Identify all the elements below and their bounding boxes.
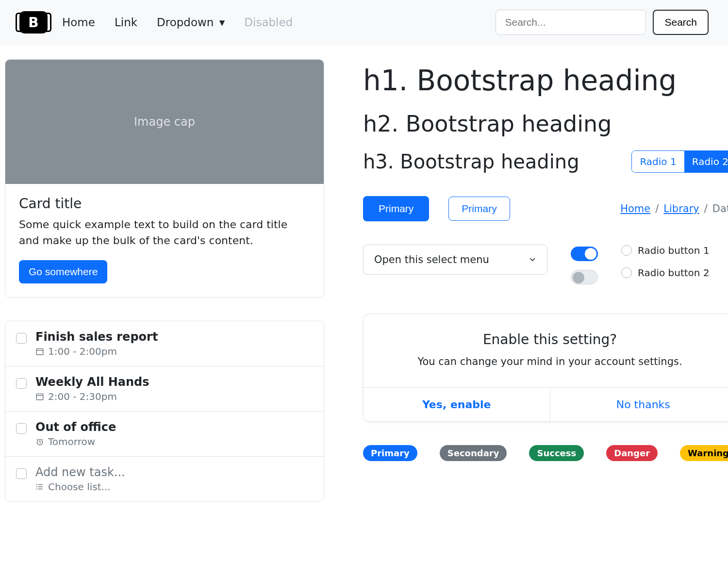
task-row[interactable]: Add new task... Choose list... — [5, 457, 324, 501]
nav-link[interactable]: Link — [115, 16, 137, 29]
chevron-down-icon — [529, 254, 536, 265]
svg-point-5 — [36, 484, 37, 485]
badge-success: Success — [529, 445, 584, 461]
select-menu[interactable]: Open this select menu — [363, 245, 547, 275]
task-title: Out of office — [35, 420, 116, 434]
heading-h3: h3. Bootstrap heading — [363, 150, 579, 173]
breadcrumb: Home / Library / Data — [620, 203, 728, 215]
confirm-no-button[interactable]: No thanks — [550, 388, 728, 421]
breadcrumb-home[interactable]: Home — [620, 203, 650, 215]
badge-primary: Primary — [363, 445, 417, 461]
nav-home[interactable]: Home — [62, 16, 95, 29]
svg-rect-2 — [36, 394, 43, 399]
task-meta: Tomorrow — [35, 436, 116, 447]
badge-secondary: Secondary — [440, 445, 507, 461]
task-title: Finish sales report — [35, 330, 158, 344]
radio-2[interactable]: Radio 2 — [684, 151, 728, 172]
task-title: Add new task... — [35, 465, 125, 479]
radio-icon — [621, 245, 632, 256]
confirm-text: You can change your mind in your account… — [383, 354, 717, 370]
clock-icon — [35, 437, 44, 446]
task-checkbox[interactable] — [16, 378, 27, 389]
radio-icon — [621, 267, 632, 278]
primary-button[interactable]: Primary — [363, 196, 429, 221]
task-title: Weekly All Hands — [35, 375, 149, 389]
card-text: Some quick example text to build on the … — [19, 216, 310, 248]
task-list: Finish sales report 1:00 - 2:00pm Weekly… — [5, 321, 324, 502]
task-row[interactable]: Finish sales report 1:00 - 2:00pm — [5, 321, 324, 366]
confirm-card: Enable this setting? You can change your… — [363, 314, 728, 422]
confirm-title: Enable this setting? — [383, 331, 717, 348]
svg-point-7 — [36, 488, 37, 489]
switch-off[interactable] — [571, 270, 598, 284]
calendar-icon — [35, 347, 44, 356]
example-card: Image cap Card title Some quick example … — [5, 59, 324, 298]
go-somewhere-button[interactable]: Go somewhere — [19, 260, 107, 283]
badges-row: Primary Secondary Success Danger Warning — [363, 445, 728, 461]
task-checkbox[interactable] — [16, 333, 27, 344]
switch-on[interactable] — [571, 247, 598, 261]
radio-label: Radio button 1 — [638, 245, 710, 256]
task-meta: 2:00 - 2:30pm — [35, 391, 149, 402]
select-label: Open this select menu — [374, 254, 489, 265]
nav-dropdown[interactable]: Dropdown ▾ — [157, 16, 225, 29]
heading-h1: h1. Bootstrap heading — [363, 64, 728, 97]
caret-down-icon: ▾ — [219, 16, 225, 29]
badge-warning: Warning — [680, 445, 728, 461]
radio-label: Radio button 2 — [638, 267, 710, 279]
search-button[interactable]: Search — [653, 10, 709, 35]
card-image-cap: Image cap — [5, 60, 324, 184]
radio-option-1[interactable]: Radio button 1 — [621, 245, 710, 256]
search-group: Search — [496, 10, 709, 35]
breadcrumb-library[interactable]: Library — [663, 203, 699, 215]
list-icon — [35, 482, 44, 491]
nav-dropdown-label: Dropdown — [157, 16, 214, 29]
card-title: Card title — [19, 196, 310, 212]
task-meta: Choose list... — [35, 481, 125, 493]
primary-outline-button[interactable]: Primary — [448, 197, 510, 221]
task-checkbox[interactable] — [16, 423, 27, 434]
bootstrap-logo: B — [19, 11, 48, 33]
heading-h2: h2. Bootstrap heading — [363, 111, 728, 137]
radio-1[interactable]: Radio 1 — [632, 151, 684, 172]
radio-toggle-group: Radio 1 Radio 2 — [631, 150, 728, 173]
breadcrumb-current: Data — [712, 203, 728, 215]
task-checkbox[interactable] — [16, 468, 27, 479]
confirm-yes-button[interactable]: Yes, enable — [364, 388, 550, 421]
calendar-icon — [35, 392, 44, 401]
badge-danger: Danger — [606, 445, 658, 461]
nav-disabled: Disabled — [244, 16, 293, 29]
navbar: B Home Link Dropdown ▾ Disabled Search — [0, 0, 728, 45]
task-row[interactable]: Weekly All Hands 2:00 - 2:30pm — [5, 366, 324, 412]
search-input[interactable] — [496, 10, 646, 35]
task-row[interactable]: Out of office Tomorrow — [5, 412, 324, 457]
task-meta: 1:00 - 2:00pm — [35, 346, 158, 357]
radio-option-2[interactable]: Radio button 2 — [621, 267, 710, 279]
svg-point-6 — [36, 486, 37, 487]
svg-rect-0 — [36, 348, 43, 354]
nav-links: Home Link Dropdown ▾ Disabled — [62, 16, 481, 29]
